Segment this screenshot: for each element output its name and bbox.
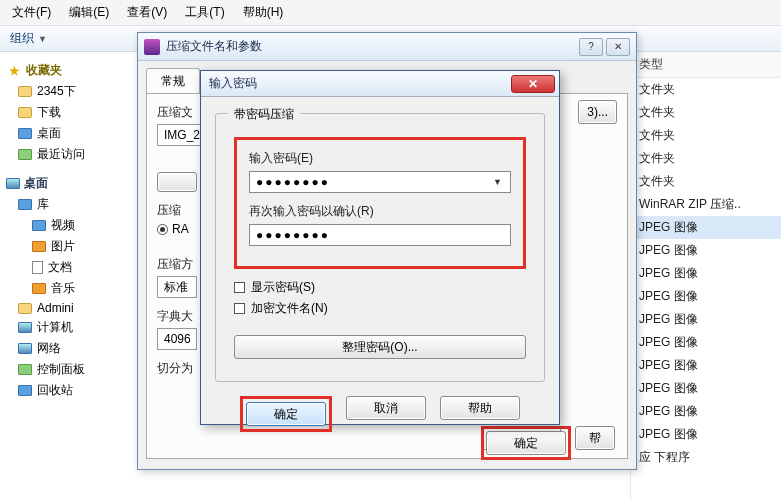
monitor-icon xyxy=(6,178,20,189)
sidebar-item-control-panel[interactable]: 控制面板 xyxy=(4,359,136,380)
column-header-type[interactable]: 类型 xyxy=(631,52,781,78)
close-titlebar-button[interactable]: ✕ xyxy=(606,38,630,56)
sidebar-item-admin[interactable]: Admini xyxy=(4,299,136,317)
password-mask: ●●●●●●●● xyxy=(256,175,330,189)
menu-edit[interactable]: 编辑(E) xyxy=(69,4,109,21)
dict-select[interactable]: 4096 xyxy=(157,328,197,350)
radio-label: RA xyxy=(172,222,189,236)
file-row[interactable]: JPEG 图像 xyxy=(631,377,781,400)
file-row[interactable]: JPEG 图像 xyxy=(631,354,781,377)
password-input[interactable]: ●●●●●●●● ▼ xyxy=(249,171,511,193)
file-row[interactable]: 文件夹 xyxy=(631,124,781,147)
sidebar-item-label: 下载 xyxy=(37,104,61,121)
file-row[interactable]: JPEG 图像 xyxy=(631,285,781,308)
nav-sidebar: ★ 收藏夹 2345下 下载 桌面 最近访问 桌面 库 视频 图片 文档 音乐 … xyxy=(0,52,140,500)
video-icon xyxy=(32,220,46,231)
file-row[interactable]: 文件夹 xyxy=(631,101,781,124)
sidebar-item-music[interactable]: 音乐 xyxy=(4,278,136,299)
user-icon xyxy=(18,303,32,314)
outer-help-button[interactable]: 帮 xyxy=(575,426,615,450)
highlight-password-fields: 输入密码(E) ●●●●●●●● ▼ 再次输入密码以确认(R) ●●●●●●●● xyxy=(234,137,526,269)
method-select[interactable]: 标准 xyxy=(157,276,197,298)
file-row[interactable]: WinRAR ZIP 压缩.. xyxy=(631,193,781,216)
file-row[interactable]: JPEG 图像 xyxy=(631,308,781,331)
sidebar-item-desktop[interactable]: 桌面 xyxy=(4,123,136,144)
dialog-title: 压缩文件名和参数 xyxy=(166,38,576,55)
sidebar-item-network[interactable]: 网络 xyxy=(4,338,136,359)
sidebar-item-label: 文档 xyxy=(48,259,72,276)
file-row[interactable]: JPEG 图像 xyxy=(631,331,781,354)
sidebar-item-recent[interactable]: 最近访问 xyxy=(4,144,136,165)
browse-button-fragment[interactable]: 3)... xyxy=(578,100,617,124)
password-dialog-buttons: 确定 取消 帮助 xyxy=(215,396,545,432)
documents-icon xyxy=(32,261,43,274)
sidebar-item-2345[interactable]: 2345下 xyxy=(4,81,136,102)
radio-icon xyxy=(157,224,168,235)
sidebar-item-computer[interactable]: 计算机 xyxy=(4,317,136,338)
sidebar-item-label: 计算机 xyxy=(37,319,73,336)
file-row[interactable]: 文件夹 xyxy=(631,170,781,193)
file-row[interactable]: JPEG 图像 xyxy=(631,400,781,423)
menu-file[interactable]: 文件(F) xyxy=(12,4,51,21)
desktop-header[interactable]: 桌面 xyxy=(6,175,136,192)
sidebar-item-label: 库 xyxy=(37,196,49,213)
encrypt-names-checkbox[interactable]: 加密文件名(N) xyxy=(234,300,526,317)
favorites-header[interactable]: ★ 收藏夹 xyxy=(6,62,136,79)
folder-icon xyxy=(18,107,32,118)
organize-passwords-button[interactable]: 整理密码(O)... xyxy=(234,335,526,359)
sidebar-item-label: 回收站 xyxy=(37,382,73,399)
password-ok-button[interactable]: 确定 xyxy=(246,402,326,426)
confirm-password-input[interactable]: ●●●●●●●● xyxy=(249,224,511,246)
desktop-icon xyxy=(18,128,32,139)
dict-value: 4096 xyxy=(164,332,191,346)
archive-name-value: IMG_2 xyxy=(164,128,200,142)
sidebar-item-videos[interactable]: 视频 xyxy=(4,215,136,236)
show-password-checkbox[interactable]: 显示密码(S) xyxy=(234,279,526,296)
organize-button[interactable]: 组织 xyxy=(10,30,34,47)
sidebar-item-label: 2345下 xyxy=(37,83,76,100)
folder-icon xyxy=(18,86,32,97)
library-icon xyxy=(18,199,32,210)
file-row[interactable]: JPEG 图像 xyxy=(631,216,781,239)
sidebar-item-libraries[interactable]: 库 xyxy=(4,194,136,215)
password-titlebar[interactable]: 输入密码 ✕ xyxy=(201,71,559,97)
file-row[interactable]: JPEG 图像 xyxy=(631,239,781,262)
sidebar-item-label: Admini xyxy=(37,301,74,315)
highlight-pwd-ok: 确定 xyxy=(240,396,332,432)
sidebar-item-recycle[interactable]: 回收站 xyxy=(4,380,136,401)
close-icon[interactable]: ✕ xyxy=(511,75,555,93)
password-title: 输入密码 xyxy=(201,75,511,92)
browse-label: 3)... xyxy=(587,105,608,119)
sidebar-item-documents[interactable]: 文档 xyxy=(4,257,136,278)
file-row[interactable]: 文件夹 xyxy=(631,147,781,170)
sidebar-item-downloads[interactable]: 下载 xyxy=(4,102,136,123)
star-icon: ★ xyxy=(6,63,22,79)
file-row[interactable]: JPEG 图像 xyxy=(631,423,781,446)
password-mask: ●●●●●●●● xyxy=(256,228,330,242)
checkbox-label: 显示密码(S) xyxy=(251,279,315,296)
network-icon xyxy=(18,343,32,354)
menubar: 文件(F) 编辑(E) 查看(V) 工具(T) 帮助(H) xyxy=(0,0,781,26)
sidebar-item-pictures[interactable]: 图片 xyxy=(4,236,136,257)
file-row[interactable]: 应 下程序 xyxy=(631,446,781,469)
profile-dropdown[interactable] xyxy=(157,172,197,192)
file-row[interactable]: 文件夹 xyxy=(631,78,781,101)
tab-general[interactable]: 常规 xyxy=(146,68,200,94)
chevron-down-icon[interactable]: ▼ xyxy=(38,34,47,44)
password-dialog: 输入密码 ✕ 带密码压缩 输入密码(E) ●●●●●●●● ▼ 再次输入密码以确… xyxy=(200,70,560,425)
help-titlebar-button[interactable]: ? xyxy=(579,38,603,56)
dialog-titlebar[interactable]: 压缩文件名和参数 ? ✕ xyxy=(138,33,636,61)
pictures-icon xyxy=(32,241,46,252)
outer-ok-button[interactable]: 确定 xyxy=(486,431,566,455)
menu-tools[interactable]: 工具(T) xyxy=(185,4,224,21)
file-row[interactable]: JPEG 图像 xyxy=(631,262,781,285)
winrar-icon xyxy=(144,39,160,55)
menu-view[interactable]: 查看(V) xyxy=(127,4,167,21)
password-cancel-button[interactable]: 取消 xyxy=(346,396,426,420)
recycle-icon xyxy=(18,385,32,396)
password-help-button[interactable]: 帮助 xyxy=(440,396,520,420)
sidebar-item-label: 视频 xyxy=(51,217,75,234)
chevron-down-icon[interactable]: ▼ xyxy=(487,177,510,187)
sidebar-item-label: 音乐 xyxy=(51,280,75,297)
menu-help[interactable]: 帮助(H) xyxy=(243,4,284,21)
